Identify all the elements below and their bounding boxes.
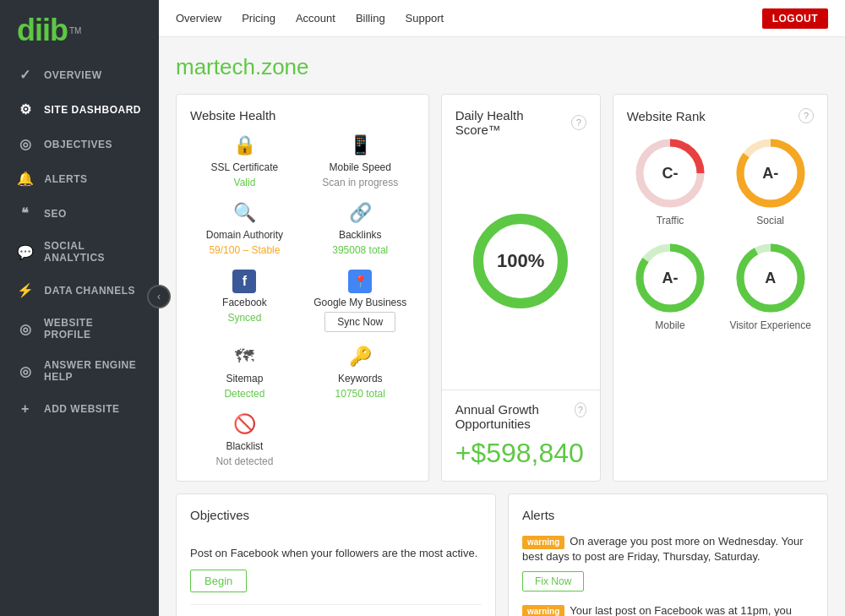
lock-icon: 🔒: [233, 134, 256, 156]
growth-section: Annual Growth Opportunities ? +$598,840: [442, 390, 600, 481]
fix-now-button[interactable]: Fix Now: [522, 571, 584, 591]
health-status: Not detected: [215, 455, 273, 467]
sidebar-item-label: OVERVIEW: [44, 69, 101, 81]
rank-item-traffic: C- Traffic: [627, 135, 714, 226]
sidebar-item-label: ALERTS: [45, 173, 88, 185]
domain-icon: 🔍: [233, 202, 256, 224]
rank-grade: C-: [662, 165, 678, 183]
daily-health-card: Daily Health Score™ ? 100% Annua: [441, 94, 601, 482]
rank-label: Traffic: [657, 215, 684, 226]
sidebar-item-label: ADD WEBSITE: [44, 403, 120, 415]
health-status: Valid: [234, 177, 256, 188]
alert-text: warningOn average you post more on Wedne…: [522, 534, 814, 564]
growth-help-icon[interactable]: ?: [575, 402, 586, 417]
sidebar-item-overview[interactable]: ✓ OVERVIEW: [0, 57, 159, 92]
rank-item-mobile: A- Mobile: [627, 240, 714, 331]
health-label: Backlinks: [339, 229, 382, 241]
warning-badge: warning: [522, 536, 564, 549]
rank-donut-visitor experience: A: [733, 240, 809, 316]
add-website-icon: +: [17, 401, 34, 417]
health-label: Mobile Speed: [330, 161, 391, 173]
nav-link-support[interactable]: Support: [406, 2, 444, 35]
logout-button[interactable]: LOGOUT: [762, 8, 828, 29]
top-navigation: OverviewPricingAccountBillingSupport LOG…: [159, 0, 845, 37]
health-label: SSL Certificate: [211, 161, 279, 173]
rank-grade: A: [765, 270, 776, 287]
daily-health-title: Daily Health Score™: [455, 108, 571, 137]
health-item-mobile: 📱 Mobile Speed Scan in progress: [306, 134, 415, 188]
data-channels-icon: ⚡: [17, 282, 35, 298]
health-status: Scan in progress: [322, 177, 398, 188]
gmb-icon: 📍: [348, 270, 372, 293]
health-item-facebook: f Facebook Synced: [190, 270, 299, 332]
growth-value: +$598,840: [455, 438, 586, 469]
sidebar-item-social-analytics[interactable]: 💬 SOCIAL ANALYTICS: [0, 231, 159, 273]
health-label: Facebook: [222, 297, 267, 308]
sync-now-button[interactable]: Sync Now: [324, 312, 395, 332]
sidebar-item-label: ANSWER ENGINE HELP: [44, 359, 142, 383]
sidebar-item-label: DATA CHANNELS: [45, 285, 136, 297]
sidebar-item-add-website[interactable]: + ADD WEBSITE: [0, 392, 159, 426]
nav-link-overview[interactable]: Overview: [176, 2, 221, 35]
objectives-title: Objectives: [190, 508, 482, 522]
top-cards-row: Website Health 🔒 SSL Certificate Valid📱 …: [176, 94, 828, 482]
facebook-icon: f: [232, 270, 256, 293]
social-analytics-icon: 💬: [17, 244, 34, 260]
daily-health-help-icon[interactable]: ?: [571, 115, 586, 130]
rank-donut-mobile: A-: [632, 240, 708, 316]
sidebar-item-label: SITE DASHBOARD: [44, 104, 141, 116]
nav-link-pricing[interactable]: Pricing: [242, 2, 275, 35]
sidebar-item-site-dashboard[interactable]: ⚙ SITE DASHBOARD: [0, 92, 159, 127]
sidebar-item-website-profile[interactable]: ◎ WEBSITE PROFILE: [0, 308, 159, 350]
alert-text: warningYour last post on Facebook was at…: [522, 603, 814, 616]
backlinks-icon: 🔗: [349, 202, 372, 224]
nav-links: OverviewPricingAccountBillingSupport: [176, 2, 444, 35]
health-item-lock: 🔒 SSL Certificate Valid: [190, 134, 299, 188]
alerts-list: warningOn average you post more on Wedne…: [522, 534, 814, 616]
rank-item-social: A- Social: [727, 135, 814, 226]
health-score-donut: 100%: [470, 210, 571, 312]
growth-title: Annual Growth Opportunities: [455, 402, 575, 431]
sidebar-item-objectives[interactable]: ◎ OBJECTIVES: [0, 127, 159, 161]
health-item-sitemap: 🗺 Sitemap Detected: [190, 346, 299, 400]
sidebar-item-seo[interactable]: ❝ SEO: [0, 196, 159, 231]
sidebar: diib TM ✓ OVERVIEW⚙ SITE DASHBOARD◎ OBJE…: [0, 0, 159, 616]
answer-engine-help-icon: ◎: [17, 363, 34, 379]
alerts-title: Alerts: [522, 508, 814, 522]
begin-button[interactable]: Begin: [190, 570, 247, 592]
objectives-list: Post on Facebook when your followers are…: [190, 534, 482, 616]
keywords-icon: 🔑: [349, 346, 372, 368]
website-profile-icon: ◎: [17, 321, 34, 337]
sidebar-item-alerts[interactable]: 🔔 ALERTS: [0, 161, 159, 196]
nav-link-billing[interactable]: Billing: [356, 2, 385, 35]
objective-item: COVID-19 has barely affected your websit…: [190, 605, 482, 616]
alert-item: warningOn average you post more on Wedne…: [522, 534, 814, 591]
sidebar-item-data-channels[interactable]: ⚡ DATA CHANNELS: [0, 273, 159, 308]
warning-badge: warning: [522, 605, 564, 616]
rank-help-icon[interactable]: ?: [799, 108, 814, 123]
objective-text: Post on Facebook when your followers are…: [190, 546, 482, 561]
website-health-title: Website Health: [190, 108, 415, 123]
health-item-domain: 🔍 Domain Authority 59/100 – Stable: [190, 202, 299, 256]
objectives-card: Objectives Post on Facebook when your fo…: [176, 493, 496, 616]
objective-item: Post on Facebook when your followers are…: [190, 534, 482, 605]
health-item-backlinks: 🔗 Backlinks 395008 total: [306, 202, 415, 256]
health-status: Synced: [227, 312, 261, 324]
health-label: Blacklist: [226, 440, 263, 452]
health-score-value: 100%: [497, 250, 544, 272]
alerts-icon: 🔔: [17, 171, 35, 187]
logo-area: diib TM: [0, 0, 159, 57]
rank-grade: A-: [662, 270, 678, 287]
rank-donut-social: A-: [733, 135, 809, 211]
logo-text: diib: [17, 15, 68, 46]
rank-donut-traffic: C-: [632, 135, 708, 211]
health-status: 395008 total: [332, 244, 388, 256]
sidebar-item-answer-engine-help[interactable]: ◎ ANSWER ENGINE HELP: [0, 350, 159, 392]
objectives-icon: ◎: [17, 136, 34, 152]
health-item-keywords: 🔑 Keywords 10750 total: [306, 346, 415, 400]
sidebar-collapse-button[interactable]: ‹: [147, 285, 171, 308]
sidebar-item-label: WEBSITE PROFILE: [44, 317, 142, 341]
health-status: Detected: [224, 388, 264, 400]
nav-link-account[interactable]: Account: [296, 2, 335, 35]
rank-grade: A-: [762, 165, 778, 183]
